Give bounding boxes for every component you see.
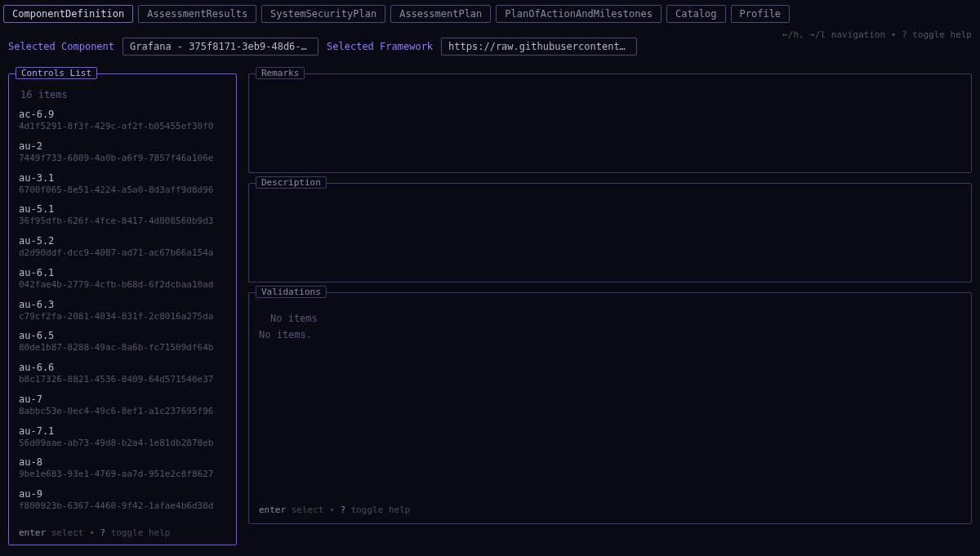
control-uuid: 9be1e683-93e1-4769-aa7d-951e2c8f8627: [19, 469, 226, 480]
selected-component-value[interactable]: Grafana - 375f8171-3eb9-48d6-be3c-c8f1c…: [122, 38, 318, 56]
validations-empty: No items.: [259, 329, 961, 340]
control-id: ac-6.9: [19, 109, 226, 121]
tab-profile[interactable]: Profile: [731, 5, 791, 23]
selected-component-label: Selected Component: [8, 41, 114, 52]
control-id: au-7.1: [19, 425, 226, 438]
control-uuid: f800923b-6367-4460-9f42-1afae4b6d38d: [19, 500, 226, 512]
list-item[interactable]: au-9f800923b-6367-4460-9f42-1afae4b6d38d: [19, 488, 226, 512]
validations-footer-hint: enter select • ? toggle help: [259, 500, 961, 515]
control-id: au-6.6: [19, 362, 226, 374]
validations-panel: Validations No items No items. enter sel…: [248, 292, 972, 524]
tab-componentdefinition[interactable]: ComponentDefinition: [3, 5, 133, 23]
control-uuid: 56d09aae-ab73-49d8-b2a4-1e81db2878eb: [19, 438, 226, 449]
tab-assessmentresults[interactable]: AssessmentResults: [138, 5, 256, 23]
list-item[interactable]: au-89be1e683-93e1-4769-aa7d-951e2c8f8627: [19, 456, 226, 480]
control-uuid: 042fae4b-2779-4cfb-b68d-6f2dcbaa10ad: [19, 279, 226, 291]
list-item[interactable]: au-5.136f95dfb-626f-4fce-8417-4d808560b9…: [19, 203, 226, 227]
control-uuid: 8abbc53e-0ec4-49c6-8ef1-a1c237695f96: [19, 406, 226, 417]
controls-list-title: Controls List: [16, 67, 97, 79]
controls-count: 16 items: [19, 89, 226, 100]
control-uuid: 6700f065-8e51-4224-a5a0-8d3aff9d8d96: [19, 185, 226, 196]
list-item[interactable]: au-6.580de1b87-8288-49ac-8a6b-fc71509df6…: [19, 330, 226, 354]
list-item[interactable]: au-3.16700f065-8e51-4224-a5a0-8d3aff9d8d…: [19, 172, 226, 196]
selected-framework-value[interactable]: https://raw.githubusercontent.com/GSA/f…: [441, 38, 637, 56]
list-item[interactable]: au-5.2d2d90ddf-dcc9-4087-ad71-ac67b66a15…: [19, 235, 226, 259]
control-uuid: d2d90ddf-dcc9-4087-ad71-ac67b66a154a: [19, 247, 226, 259]
control-id: au-5.1: [19, 203, 226, 216]
controls-list-panel: Controls List 16 items ac-6.94d1f5291-8f…: [8, 73, 237, 545]
validations-title: Validations: [256, 286, 327, 298]
controls-items[interactable]: ac-6.94d1f5291-8f3f-429c-af2f-b05455ef30…: [19, 109, 226, 523]
list-item[interactable]: au-6.3c79cf2fa-2081-4034-831f-2c8016a275…: [19, 299, 226, 322]
description-panel: Description: [248, 183, 972, 282]
control-id: au-5.2: [19, 235, 226, 247]
control-id: au-9: [19, 488, 226, 500]
description-title: Description: [256, 176, 327, 189]
control-id: au-6.3: [19, 299, 226, 311]
control-id: au-8: [19, 456, 226, 469]
control-uuid: 4d1f5291-8f3f-429c-af2f-b05455ef30f0: [19, 121, 226, 132]
remarks-title: Remarks: [256, 67, 305, 79]
control-uuid: c79cf2fa-2081-4034-831f-2c8016a275da: [19, 311, 226, 322]
list-item[interactable]: au-6.1042fae4b-2779-4cfb-b68d-6f2dcbaa10…: [19, 267, 226, 291]
nav-hint: ←/h, →/l navigation • ? toggle help: [782, 29, 972, 40]
tab-planofactionandmilestones[interactable]: PlanOfActionAndMilestones: [496, 5, 662, 23]
control-id: au-2: [19, 140, 226, 153]
control-id: au-3.1: [19, 172, 226, 185]
tab-catalog[interactable]: Catalog: [666, 5, 726, 23]
controls-footer-hint: enter select • ? toggle help: [19, 523, 226, 538]
validations-count: No items: [270, 313, 961, 324]
control-uuid: 7449f733-6809-4a0b-a6f9-7857f46a106e: [19, 153, 226, 164]
list-item[interactable]: au-78abbc53e-0ec4-49c6-8ef1-a1c237695f96: [19, 394, 226, 417]
list-item[interactable]: ac-6.94d1f5291-8f3f-429c-af2f-b05455ef30…: [19, 109, 226, 132]
control-uuid: 36f95dfb-626f-4fce-8417-4d808560b9d3: [19, 216, 226, 227]
selected-framework-label: Selected Framework: [327, 41, 433, 52]
list-item[interactable]: au-6.6b8c17326-8821-4536-8409-64d571540e…: [19, 362, 226, 385]
tab-bar: ComponentDefinitionAssessmentResultsSyst…: [0, 0, 980, 26]
list-item[interactable]: au-27449f733-6809-4a0b-a6f9-7857f46a106e: [19, 140, 226, 164]
remarks-panel: Remarks: [248, 73, 972, 173]
control-uuid: b8c17326-8821-4536-8409-64d571540e37: [19, 374, 226, 385]
control-id: au-7: [19, 394, 226, 406]
control-id: au-6.1: [19, 267, 226, 279]
tab-assessmentplan[interactable]: AssessmentPlan: [390, 5, 491, 23]
control-uuid: 80de1b87-8288-49ac-8a6b-fc71509df64b: [19, 342, 226, 354]
list-item[interactable]: au-7.156d09aae-ab73-49d8-b2a4-1e81db2878…: [19, 425, 226, 449]
tab-systemsecurityplan[interactable]: SystemSecurityPlan: [261, 5, 385, 23]
control-id: au-6.5: [19, 330, 226, 342]
